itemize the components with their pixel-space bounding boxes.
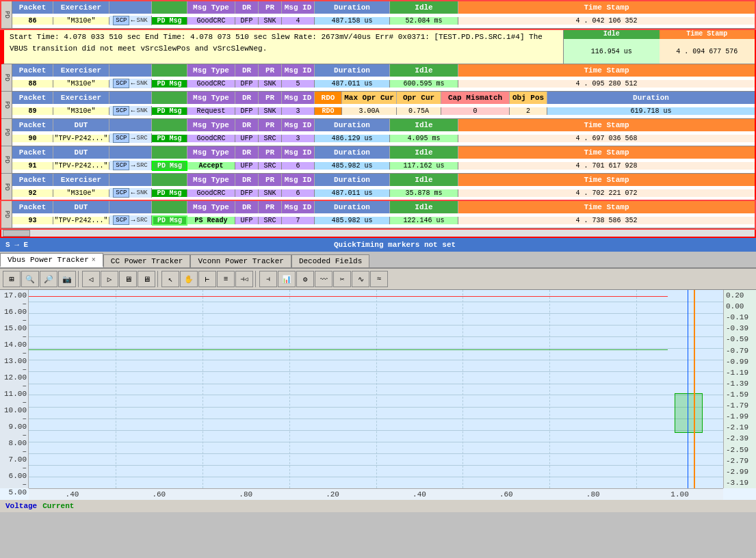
toolbar: ⊞ 🔍 🔎 📷 ◁ ▷ 🖥 🖥 ↖ ✋ ⊢ ≡ ⊣◁ ⊣ 📊 ⚙ 〰 ✂ ∿ ≈ — [0, 269, 756, 290]
col-dr: DR — [235, 92, 259, 104]
toolbar-marker-start-btn[interactable]: ⊢ — [198, 271, 216, 287]
tab-vconn-label: Vconn Power Tracker — [198, 257, 283, 265]
y-axis-left: 17.00 – 16.00 – 15.00 – 14.00 – 13.00 – … — [0, 290, 29, 488]
toolbar-zoomin-btn[interactable]: 🔍 — [21, 271, 39, 287]
toolbar-monitor2-btn[interactable]: 🖥 — [138, 271, 155, 287]
pr-val: SRC — [259, 135, 282, 142]
table-row[interactable]: PD Packet DUT Msg Type DR PR Msg ID Dura… — [1, 146, 755, 174]
pr-val: SRC — [259, 217, 282, 224]
toolbar-zoomout-btn[interactable]: 🔎 — [40, 271, 57, 287]
col-packet: Packet — [12, 1, 53, 14]
timestamp-val: 4 . 697 036 568 — [458, 135, 755, 142]
msgtype-val: GoodCRC — [187, 17, 235, 25]
col-idle: Idle — [390, 146, 458, 159]
packet-num: 88 — [12, 80, 53, 88]
pdmsg-cell: PD Msg — [152, 161, 187, 171]
y-label-right: -2.39 — [726, 434, 754, 442]
y-label: 7.00 – — [1, 455, 27, 472]
tab-vbus[interactable]: Vbus Power Tracker × — [0, 253, 103, 267]
duration-val: 487.011 us — [315, 80, 390, 88]
scrollbar-thumb[interactable] — [3, 230, 30, 237]
pdmsg-cell: PD Msg — [152, 107, 187, 115]
toolbar-wave-btn[interactable]: 〰 — [315, 271, 333, 287]
col-capmismatch: Cap Mismatch — [441, 92, 510, 104]
table-row[interactable]: PD Packet DUT Msg Type DR PR Msg ID Dura… — [1, 119, 755, 146]
toolbar-spectrum-btn[interactable]: ≈ — [370, 271, 388, 287]
col-pdmsg — [152, 92, 187, 104]
y-label-right: -1.99 — [726, 412, 754, 421]
toolbar-prev-btn[interactable]: ◁ — [82, 271, 100, 287]
y-label-right: -0.59 — [726, 335, 754, 343]
col-msgtype: Msg Type — [187, 1, 235, 14]
scp-label: SCP — [113, 16, 129, 25]
table-row[interactable]: PD Packet Exerciser Msg Type DR PR Msg I… — [1, 174, 755, 201]
error-data: 116.954 us 4 . 094 677 576 — [564, 39, 755, 64]
error-right: Idle Time Stamp 116.954 us 4 . 094 677 5… — [563, 29, 755, 64]
toolbar-next-btn[interactable]: ▷ — [101, 271, 118, 287]
msgtype-val: GoodCRC — [187, 189, 235, 197]
dr-val: DFP — [235, 107, 259, 115]
packet-num: 91 — [12, 162, 53, 170]
col-pr: PR — [259, 64, 282, 77]
col-scp — [109, 201, 152, 213]
col-duration: Duration — [315, 64, 390, 77]
chart-area: 17.00 – 16.00 – 15.00 – 14.00 – 13.00 – … — [0, 290, 756, 512]
col-msgid: Msg ID — [282, 201, 315, 213]
se-text: QuickTiming markers not set — [39, 241, 751, 249]
tab-close-icon[interactable]: × — [92, 256, 96, 264]
tab-decoded-label: Decoded Fields — [299, 257, 362, 265]
toolbar-scissors-btn[interactable]: ✂ — [333, 271, 351, 287]
toolbar-fit-btn[interactable]: ⊣ — [259, 271, 277, 287]
exerciser-val: "TPV-P242..." — [53, 217, 109, 224]
horizontal-scrollbar[interactable] — [1, 228, 755, 237]
col-packet: Packet — [12, 174, 53, 186]
toolbar-list-btn[interactable]: ≡ — [217, 271, 235, 287]
dr-val: UFP — [235, 135, 259, 142]
toolbar-grid-btn[interactable]: ⊞ — [3, 271, 21, 287]
current-signal-line — [29, 349, 668, 350]
col-pdmsg — [152, 119, 187, 131]
col-exerciser: DUT — [53, 119, 109, 131]
col-idle: Idle — [390, 174, 458, 186]
chart-cursor-orange[interactable] — [694, 290, 695, 488]
table-row[interactable]: PD Packet DUT Msg Type DR PR Msg ID Dura… — [1, 201, 755, 228]
toolbar-hand-btn[interactable]: ✋ — [180, 271, 198, 287]
toolbar-settings-btn[interactable]: ⚙ — [296, 271, 314, 287]
v-grid-line — [289, 290, 290, 488]
toolbar-chart-btn[interactable]: 📊 — [278, 271, 296, 287]
row-side-label: PD — [1, 146, 12, 173]
y-label-right: -1.39 — [726, 380, 754, 388]
table-row[interactable]: PD Packet Exerciser Msg Type DR PR Msg I… — [1, 92, 755, 119]
chart-cursor-blue[interactable] — [688, 290, 688, 488]
table-row[interactable]: PD Packet Exerciser Msg Type DR PR Msg I… — [1, 1, 755, 29]
error-idle-val: 116.954 us — [564, 39, 660, 64]
oprcur-val: 0.75A — [397, 107, 441, 115]
se-bar: S → E QuickTiming markers not set — [0, 238, 756, 252]
table-row[interactable]: PD Packet Exerciser Msg Type DR PR Msg I… — [1, 64, 755, 92]
col-pr: PR — [259, 92, 282, 104]
pdmsg-cell: PD Msg — [152, 215, 187, 226]
chart-main[interactable] — [29, 290, 723, 488]
col-pdmsg — [152, 201, 187, 213]
exerciser-val: "TPV-P242..." — [53, 162, 109, 170]
toolbar-monitor1-btn[interactable]: 🖥 — [119, 271, 137, 287]
pdmsg-cell: PD Msg — [152, 17, 187, 25]
x-tick: .60 — [116, 490, 203, 499]
tab-cc[interactable]: CC Power Tracker — [103, 254, 191, 267]
col-idle: Idle — [390, 201, 458, 213]
toolbar-cursor-btn[interactable]: ↖ — [161, 271, 179, 287]
toolbar-marker-end-btn[interactable]: ⊣◁ — [235, 271, 253, 287]
toolbar-camera-btn[interactable]: 📷 — [58, 271, 76, 287]
col-pdmsg — [152, 174, 187, 186]
duration-val: 485.982 us — [315, 217, 390, 224]
idle-val: 122.146 us — [390, 217, 458, 224]
error-idle-header: Idle — [564, 29, 660, 39]
scp-cell: SCP ← SNK — [109, 16, 152, 25]
col-dr: DR — [235, 146, 259, 159]
v-grid-line — [203, 290, 203, 488]
tab-decoded[interactable]: Decoded Fields — [291, 254, 369, 267]
toolbar-sine-btn[interactable]: ∿ — [352, 271, 369, 287]
col-exerciser: Exerciser — [53, 64, 109, 77]
tab-vconn[interactable]: Vconn Power Tracker — [190, 254, 291, 267]
col-msgtype: Msg Type — [187, 146, 235, 159]
